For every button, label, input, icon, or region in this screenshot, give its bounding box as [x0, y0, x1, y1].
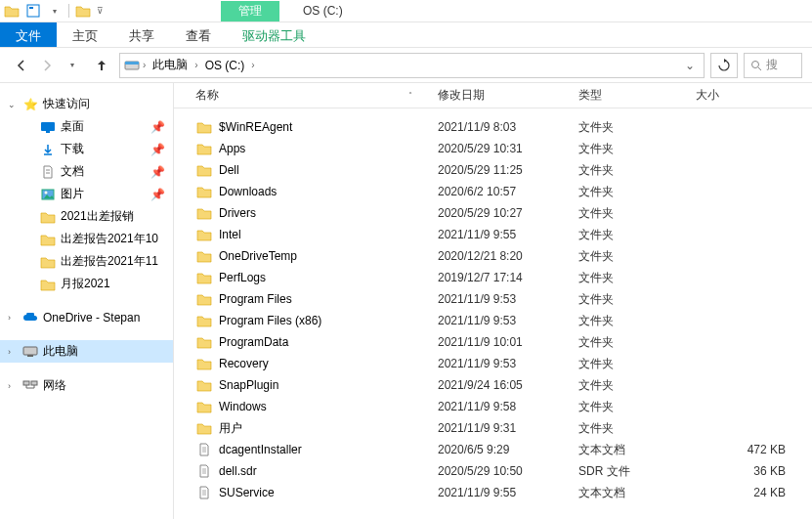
folder-icon	[195, 119, 213, 135]
sidebar-documents[interactable]: 文档 📌	[0, 160, 173, 183]
search-placeholder: 搜	[766, 57, 778, 73]
file-row[interactable]: ProgramData2021/11/9 10:01文件夹	[174, 331, 812, 353]
back-button[interactable]	[10, 54, 33, 77]
file-type: 文件夹	[571, 377, 688, 394]
svg-rect-13	[23, 347, 37, 355]
file-size: 472 KB	[688, 443, 805, 456]
file-date: 2021/11/9 9:31	[430, 421, 571, 435]
folder-icon	[195, 399, 213, 414]
search-box[interactable]: 搜	[744, 53, 802, 78]
svg-rect-16	[31, 381, 37, 385]
file-row[interactable]: dcagentInstaller2020/6/5 9:29文本文档472 KB	[174, 439, 812, 460]
sidebar-network[interactable]: › 网络	[0, 374, 173, 397]
svg-rect-14	[27, 355, 33, 357]
file-type: 文件夹	[571, 334, 688, 351]
sidebar-folder[interactable]: 2021出差报销	[0, 205, 173, 228]
picture-icon	[39, 187, 57, 202]
tab-view[interactable]: 查看	[170, 22, 227, 47]
history-dropdown[interactable]: ▾	[61, 54, 84, 77]
file-row[interactable]: 用户2021/11/9 9:31文件夹	[174, 417, 812, 439]
folder-icon	[195, 377, 213, 393]
file-icon	[195, 485, 213, 500]
manage-tab[interactable]: 管理	[221, 1, 279, 22]
qat-properties-icon[interactable]	[25, 3, 41, 19]
qat-dropdown-icon[interactable]: ▾	[47, 3, 63, 19]
chevron-right-icon[interactable]: ›	[8, 313, 18, 323]
root-chevron[interactable]: ›	[140, 60, 149, 70]
forward-button[interactable]	[35, 54, 59, 77]
file-date: 2021/11/9 9:55	[430, 228, 571, 241]
file-row[interactable]: dell.sdr2020/5/29 10:50SDR 文件36 KB	[174, 460, 812, 482]
file-row[interactable]: Program Files (x86)2021/11/9 9:53文件夹	[174, 310, 812, 331]
col-size[interactable]: 大小	[688, 87, 805, 104]
file-date: 2020/5/29 10:27	[430, 206, 571, 220]
sidebar-folder[interactable]: 出差报告2021年10	[0, 228, 173, 250]
up-button[interactable]	[90, 54, 113, 77]
file-type: 文件夹	[571, 270, 688, 286]
file-row[interactable]: Recovery2021/11/9 9:53文件夹	[174, 353, 812, 374]
tab-drive-tools[interactable]: 驱动器工具	[227, 22, 321, 47]
folder-icon	[39, 232, 57, 247]
refresh-button[interactable]	[710, 53, 738, 78]
file-type: 文件夹	[571, 291, 688, 308]
folder-icon	[195, 420, 213, 436]
chevron-icon[interactable]: ›	[248, 60, 257, 70]
file-icon	[195, 463, 213, 479]
sidebar-pictures[interactable]: 图片 📌	[0, 183, 173, 205]
file-type: 文件夹	[571, 248, 688, 265]
file-row[interactable]: OneDriveTemp2020/12/21 8:20文件夹	[174, 245, 812, 267]
file-row[interactable]: Intel2021/11/9 9:55文件夹	[174, 224, 812, 245]
address-dropdown[interactable]: ⌄	[680, 59, 700, 72]
file-row[interactable]: SnapPlugin2021/9/24 16:05文件夹	[174, 374, 812, 396]
file-date: 2021/11/9 9:55	[430, 486, 571, 499]
file-row[interactable]: SUService2021/11/9 9:55文本文档24 KB	[174, 482, 812, 503]
computer-icon	[21, 344, 39, 360]
file-row[interactable]: PerfLogs2019/12/7 17:14文件夹	[174, 267, 812, 288]
pin-icon: 📌	[150, 165, 165, 179]
folder-icon	[39, 209, 57, 225]
file-row[interactable]: Drivers2020/5/29 10:27文件夹	[174, 202, 812, 224]
file-date: 2021/11/9 9:53	[430, 357, 571, 370]
download-icon	[39, 142, 57, 157]
crumb-this-pc[interactable]: 此电脑	[149, 57, 192, 73]
svg-line-5	[758, 67, 761, 70]
file-name: ProgramData	[219, 335, 288, 349]
pin-icon: 📌	[150, 120, 165, 134]
sidebar-folder[interactable]: 月报2021	[0, 273, 173, 295]
svg-point-4	[752, 61, 759, 67]
file-type: 文件夹	[571, 399, 688, 415]
sidebar-this-pc[interactable]: › 此电脑	[0, 340, 173, 363]
file-row[interactable]: $WinREAgent2021/11/9 8:03文件夹	[174, 116, 812, 138]
col-type[interactable]: 类型	[571, 87, 688, 104]
col-modified[interactable]: 修改日期	[430, 87, 571, 104]
svg-rect-0	[27, 5, 39, 17]
qat-folder-icon[interactable]	[75, 3, 91, 19]
tab-share[interactable]: 共享	[113, 22, 170, 47]
sidebar-folder[interactable]: 出差报告2021年11	[0, 250, 173, 273]
chevron-right-icon[interactable]: ›	[8, 381, 18, 391]
file-name: OneDriveTemp	[219, 249, 297, 263]
sidebar-quick-access[interactable]: ⌄ ⭐ 快速访问	[0, 93, 173, 115]
file-row[interactable]: Downloads2020/6/2 10:57文件夹	[174, 181, 812, 202]
sidebar-onedrive[interactable]: › OneDrive - Stepan	[0, 307, 173, 328]
tab-file[interactable]: 文件	[0, 22, 57, 47]
chevron-down-icon[interactable]: ⌄	[8, 100, 18, 109]
file-row[interactable]: Apps2020/5/29 10:31文件夹	[174, 138, 812, 159]
file-row[interactable]: Dell2020/5/29 11:25文件夹	[174, 159, 812, 181]
chevron-right-icon[interactable]: ›	[8, 347, 18, 357]
chevron-icon[interactable]: ›	[192, 60, 200, 70]
file-row[interactable]: Windows2021/11/9 9:58文件夹	[174, 396, 812, 417]
drive-icon	[124, 58, 140, 73]
file-name: Downloads	[219, 185, 277, 198]
file-name: 用户	[219, 420, 242, 437]
sidebar-downloads[interactable]: 下载 📌	[0, 138, 173, 160]
file-row[interactable]: Program Files2021/11/9 9:53文件夹	[174, 288, 812, 310]
sidebar-desktop[interactable]: 桌面 📌	[0, 115, 173, 138]
address-bar[interactable]: › 此电脑 › OS (C:) › ⌄	[119, 53, 705, 78]
qat-overflow-icon[interactable]: ⊽	[97, 6, 104, 16]
tab-home[interactable]: 主页	[57, 22, 113, 47]
file-name: $WinREAgent	[219, 120, 292, 134]
star-icon: ⭐	[21, 97, 39, 112]
crumb-os-c[interactable]: OS (C:)	[201, 59, 249, 72]
col-name[interactable]: 名称˄	[188, 87, 430, 104]
